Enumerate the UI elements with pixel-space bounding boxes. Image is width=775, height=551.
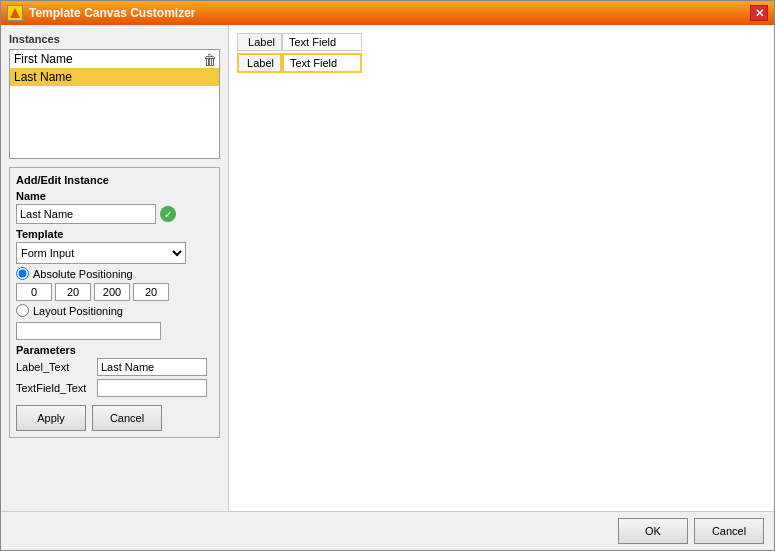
position-fields — [16, 283, 213, 301]
list-item[interactable]: First Name — [10, 50, 219, 68]
canvas-label-2: Label — [237, 53, 282, 73]
layout-radio[interactable] — [16, 304, 29, 317]
title-bar: Template Canvas Customizer ✕ — [1, 1, 774, 25]
canvas-row-2: Label Text Field — [237, 53, 766, 73]
left-panel: Instances First Name Last Name 🗑 Add/Edi… — [1, 25, 229, 511]
pos-h[interactable] — [133, 283, 169, 301]
name-row: ✓ — [16, 204, 213, 224]
title-bar-title: Template Canvas Customizer — [29, 6, 744, 20]
window-body: Instances First Name Last Name 🗑 Add/Edi… — [1, 25, 774, 511]
instances-label: Instances — [9, 33, 220, 45]
name-input[interactable] — [16, 204, 156, 224]
pos-w[interactable] — [94, 283, 130, 301]
canvas-row-1: Label Text Field — [237, 33, 766, 51]
param-textfield-input[interactable] — [97, 379, 207, 397]
param-label-text-key: Label_Text — [16, 361, 91, 373]
param-textfield-key: TextField_Text — [16, 382, 91, 394]
title-bar-icon — [7, 5, 23, 21]
pos-x[interactable] — [16, 283, 52, 301]
name-label: Name — [16, 190, 213, 202]
action-buttons: Apply Cancel — [16, 405, 213, 431]
absolute-radio[interactable] — [16, 267, 29, 280]
layout-positioning-row: Layout Positioning — [16, 304, 213, 317]
add-edit-section: Add/Edit Instance Name ✓ Template Form I… — [9, 167, 220, 438]
svg-marker-0 — [10, 8, 20, 18]
param-row-label-text: Label_Text — [16, 358, 213, 376]
parameters-label: Parameters — [16, 344, 213, 356]
list-item[interactable]: Last Name — [10, 68, 219, 86]
footer: OK Cancel — [1, 511, 774, 550]
param-label-text-input[interactable] — [97, 358, 207, 376]
canvas-label-1: Label — [237, 33, 282, 51]
absolute-label: Absolute Positioning — [33, 268, 133, 280]
template-select[interactable]: Form Input — [16, 242, 186, 264]
instances-section: Instances First Name Last Name 🗑 — [9, 33, 220, 159]
parameters-section: Parameters Label_Text TextField_Text — [16, 344, 213, 397]
cancel-button[interactable]: Cancel — [92, 405, 162, 431]
apply-button[interactable]: Apply — [16, 405, 86, 431]
pos-y[interactable] — [55, 283, 91, 301]
template-label: Template — [16, 228, 213, 240]
close-button[interactable]: ✕ — [750, 5, 768, 21]
param-row-textfield-text: TextField_Text — [16, 379, 213, 397]
layout-label: Layout Positioning — [33, 305, 123, 317]
canvas-panel: Label Text Field Label Text Field — [229, 25, 774, 511]
canvas-field-2: Text Field — [282, 53, 362, 73]
delete-icon[interactable]: 🗑 — [203, 52, 217, 68]
layout-input[interactable] — [16, 322, 161, 340]
footer-cancel-button[interactable]: Cancel — [694, 518, 764, 544]
ok-button[interactable]: OK — [618, 518, 688, 544]
instances-box[interactable]: First Name Last Name 🗑 — [9, 49, 220, 159]
main-window: Template Canvas Customizer ✕ Instances F… — [0, 0, 775, 551]
check-icon: ✓ — [160, 206, 176, 222]
canvas-field-1: Text Field — [282, 33, 362, 51]
add-edit-title: Add/Edit Instance — [16, 174, 213, 186]
absolute-positioning-row: Absolute Positioning — [16, 267, 213, 280]
